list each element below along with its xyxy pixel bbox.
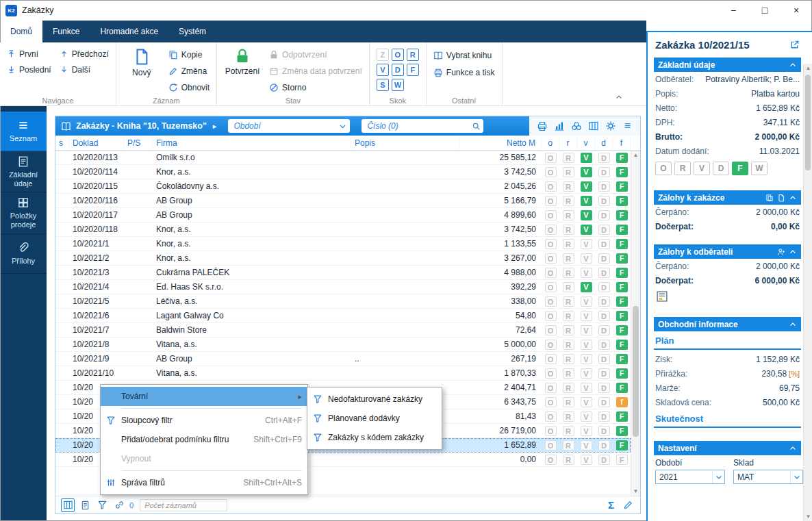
table-row[interactable]: 10/2020/113Omilk s.r.o25 585,12ORVDF — [55, 151, 631, 165]
unconfirm-button[interactable]: Odpotvrzení — [269, 48, 362, 62]
section-header-zalohy-odberateli[interactable]: Zálohy k odběrateli — [654, 244, 801, 259]
column-header-r[interactable]: r — [559, 136, 577, 150]
columns-view-icon[interactable] — [61, 498, 75, 512]
new-button[interactable]: Nový — [123, 47, 160, 94]
table-row[interactable]: 10/2021/8Vitana, a.s.5 000,00ORVDF — [55, 338, 631, 352]
maximize-button[interactable]: □ — [749, 0, 781, 21]
column-header-v[interactable]: v — [577, 136, 595, 150]
jump-v-button[interactable]: V — [377, 64, 389, 76]
period-select[interactable]: 2021 — [655, 470, 725, 484]
status-chip-v[interactable]: V — [694, 162, 710, 175]
document-icon[interactable] — [777, 194, 785, 202]
menu-item-tovarni[interactable]: Tovární ▸ — [101, 387, 307, 406]
column-header-f[interactable]: f — [613, 136, 631, 150]
jump-f-button[interactable]: F — [407, 64, 419, 76]
table-row[interactable]: 10/2021/9AB Group..267,19ORVDF — [55, 352, 631, 366]
sidebar-item-zakladni-udaje[interactable]: Základní údaje — [0, 151, 47, 192]
previous-button[interactable]: Předchozí — [60, 47, 109, 61]
sidebar-item-polozky-prodeje[interactable]: Položky prodeje — [0, 192, 47, 233]
scroll-down-icon[interactable]: ▼ — [804, 512, 812, 521]
scrollbar-thumb[interactable] — [633, 306, 639, 437]
status-chip-w[interactable]: W — [751, 162, 767, 175]
status-chip-d[interactable]: D — [713, 162, 729, 175]
select-book-button[interactable]: Vybrat knihu — [433, 48, 495, 62]
table-row[interactable]: 10/2020/118Knor, a.s.3 742,50ORVDF — [55, 223, 631, 237]
table-row[interactable]: 10/2021/10Vitana, a.s.1 870,33ORVDF — [55, 366, 631, 381]
deposit-document-icon[interactable] — [654, 288, 801, 306]
column-header-netto[interactable]: Netto M — [459, 136, 542, 150]
scroll-up-icon[interactable]: ▲ — [804, 64, 812, 73]
next-button[interactable]: Další — [60, 62, 109, 77]
expand-arrow-icon[interactable]: ▸ — [213, 122, 217, 131]
column-header-d[interactable]: d — [595, 136, 613, 150]
scrollbar-thumb[interactable] — [805, 75, 811, 170]
jump-s-button[interactable]: S — [377, 79, 389, 91]
menu-item-pridat-odebrat-podminku[interactable]: Přidat/odebrat podmínku filtru Shift+Ctr… — [101, 430, 307, 449]
print-icon[interactable] — [535, 119, 549, 134]
ribbon-collapse-icon[interactable] — [615, 92, 623, 101]
refresh-button[interactable]: Obnovit — [168, 81, 210, 94]
dropdown-icon[interactable] — [338, 121, 347, 131]
jump-r-button[interactable]: R — [407, 49, 419, 61]
menu-item-sprava-filtru[interactable]: Správa filtrů Shift+Ctrl+Alt+S — [101, 473, 307, 492]
status-chip-o[interactable]: O — [655, 162, 672, 175]
record-count-input[interactable] — [140, 499, 227, 511]
column-header-popis[interactable]: Popis — [351, 136, 459, 150]
table-row[interactable]: 10/2021/2Knor, a.s.3 267,00ORVDF — [55, 251, 631, 266]
scroll-up-icon[interactable]: ▲ — [631, 151, 640, 160]
table-row[interactable]: 10/2021/7Baldwin Store72,64ORVDF — [55, 323, 631, 338]
last-button[interactable]: Poslední — [7, 62, 51, 77]
table-row[interactable]: 10/2021/4Ed. Haas SK s.r.o.392,29ORVDF — [55, 280, 631, 294]
chart-icon[interactable] — [552, 119, 566, 134]
tab-hromadne-akce[interactable]: Hromadné akce — [90, 21, 168, 42]
section-header-obchodni-informace[interactable]: Obchodní informace — [654, 317, 801, 331]
chevron-down-icon[interactable] — [712, 470, 724, 483]
person-plus-icon[interactable] — [777, 248, 785, 256]
sidebar-item-prilohy[interactable]: Přílohy — [0, 234, 47, 274]
columns-icon[interactable] — [586, 119, 600, 134]
menu-icon[interactable]: ≡ — [620, 119, 635, 134]
chevron-up-icon[interactable] — [789, 61, 797, 69]
chevron-up-icon[interactable] — [789, 444, 797, 453]
minimize-button[interactable]: − — [718, 0, 749, 21]
section-header-nastaveni[interactable]: Nastavení — [654, 441, 801, 455]
warehouse-select[interactable]: MAT — [733, 470, 803, 484]
table-row[interactable]: 10/2021/6Lagant Galway Co54,80ORVDF — [55, 309, 631, 323]
storno-button[interactable]: Storno — [269, 81, 362, 94]
chevron-up-icon[interactable] — [789, 194, 797, 202]
column-header-doklad[interactable]: Doklad — [69, 136, 124, 150]
column-header-o[interactable]: o — [542, 136, 559, 150]
jump-d-button[interactable]: D — [392, 64, 404, 76]
menu-item-vypnout[interactable]: Vypnout — [101, 449, 307, 468]
table-row[interactable]: 10/2021/1Knor, a.s.1 133,55ORVDF — [55, 237, 631, 251]
column-header-ps[interactable]: P/S — [124, 136, 153, 150]
column-header-firma[interactable]: Firma — [153, 136, 351, 150]
section-header-zalohy-zakazce[interactable]: Zálohy k zakázce — [654, 190, 801, 205]
number-filter-input[interactable] — [361, 119, 483, 133]
table-row[interactable]: 10/2020/114Knor, a.s.3 742,50ORVDF — [55, 165, 631, 179]
gear-icon[interactable] — [603, 119, 618, 134]
edit-button[interactable]: Změna — [168, 64, 210, 78]
sidebar-item-seznam[interactable]: Seznam — [0, 112, 47, 151]
first-button[interactable]: První — [7, 47, 51, 61]
panel-scrollbar[interactable]: ▲ ▼ — [803, 64, 812, 521]
status-chip-r[interactable]: R — [674, 162, 691, 175]
table-row[interactable]: 10/2021/5Léčiva, a.s.338,00ORVDF — [55, 294, 631, 309]
jump-z-button[interactable]: Z — [377, 49, 389, 61]
submenu-item-nedofakturovane[interactable]: Nedofakturované zakázky — [307, 390, 442, 409]
edit-icon[interactable] — [621, 498, 635, 512]
jump-o-button[interactable]: O — [392, 49, 404, 61]
clipboard-icon[interactable] — [78, 498, 92, 512]
scroll-down-icon[interactable]: ▼ — [631, 487, 640, 496]
sum-icon[interactable]: Σ — [608, 499, 614, 511]
open-in-window-icon[interactable] — [789, 40, 800, 50]
table-row[interactable]: 10/2021/3Cukrárna PALEČEK4 988,00ORVDF — [55, 266, 631, 280]
copy-button[interactable]: Kopie — [168, 48, 210, 62]
status-chip-f[interactable]: F — [732, 162, 748, 175]
table-row[interactable]: 10/2020/116AB Group5 166,79ORVDF — [55, 194, 631, 208]
functions-print-button[interactable]: Funkce a tisk — [433, 65, 495, 79]
filter-icon[interactable] — [95, 498, 109, 512]
change-confirm-date-button[interactable]: Změna data potvrzení — [269, 64, 362, 78]
table-row[interactable]: 10/2020/117AB Group4 899,60ORVDF — [55, 208, 631, 223]
table-row[interactable]: 10/2020/115Čokoládovny a.s.2 045,26ORVDF — [55, 179, 631, 194]
